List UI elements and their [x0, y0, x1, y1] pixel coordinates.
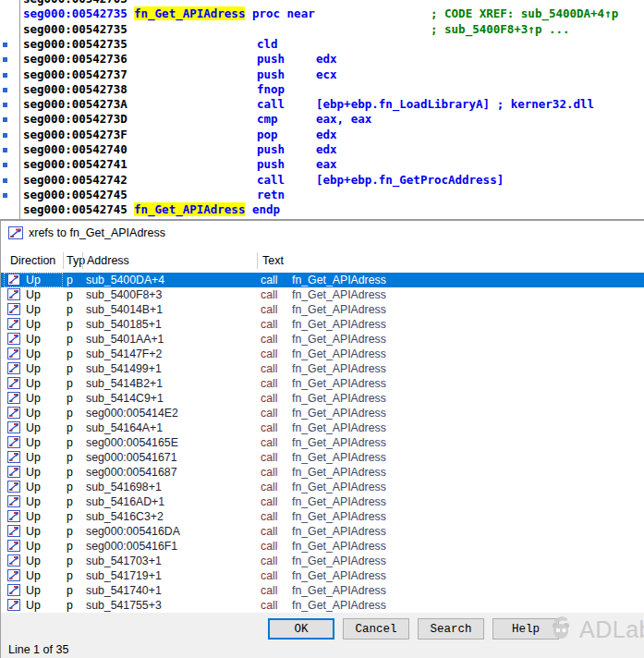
- xref-text-target: fn_Get_APIAdress: [292, 377, 386, 390]
- asm-function-name: fn_Get_APIAdress endp: [134, 202, 280, 216]
- xref-row[interactable]: Uppsub_5414C9+1callfn_Get_APIAdress: [1, 391, 644, 406]
- xref-direction: Up: [26, 481, 41, 494]
- xref-text-mnemonic: call: [261, 274, 277, 286]
- asm-line[interactable]: seg000:00542742call[ebp+ebp.fn_GetProcAd…: [0, 173, 644, 188]
- xref-text-target: fn_Get_APIAdress: [292, 525, 386, 538]
- asm-line[interactable]: seg000:00542735fn_Get_APIAdress proc nea…: [0, 6, 644, 21]
- xref-row[interactable]: Uppseg000:0054165Ecallfn_Get_APIAdress: [1, 435, 644, 450]
- xref-address: sub_541755+3: [86, 599, 162, 612]
- xref-row-icon: [7, 274, 20, 288]
- instruction-dot-icon: [3, 73, 7, 78]
- xref-row[interactable]: Uppsub_5400DA+4callfn_Get_APIAdress: [1, 273, 644, 287]
- instruction-dot-icon: [3, 193, 7, 198]
- xref-text-target: fn_Get_APIAdress: [292, 436, 386, 449]
- xref-text-mnemonic: call: [261, 362, 277, 375]
- asm-line[interactable]: seg000:00542735; sub_5400F8+3↑p ...: [0, 22, 644, 37]
- xref-direction: Up: [26, 540, 41, 553]
- xref-row-icon: [7, 436, 20, 451]
- asm-line[interactable]: seg000:0054273Acall[ebp+ebp.fn_LoadLibra…: [0, 97, 644, 112]
- xref-row-icon: [7, 451, 20, 466]
- xref-address: sub_5400F8+3: [86, 288, 162, 301]
- column-divider[interactable]: [63, 252, 64, 269]
- asm-address: seg000:00542742: [23, 173, 128, 187]
- column-header-text[interactable]: Text: [262, 254, 284, 267]
- xref-row[interactable]: Uppseg000:005416F1callfn_Get_APIAdress: [1, 539, 644, 554]
- instruction-dot-icon: [3, 148, 7, 152]
- xref-row[interactable]: Uppseg000:00541687callfn_Get_APIAdress: [1, 465, 644, 480]
- xref-address: sub_54164A+1: [86, 421, 163, 434]
- xref-row[interactable]: Uppsub_54164A+1callfn_Get_APIAdress: [1, 420, 644, 435]
- xref-address: sub_541740+1: [86, 584, 162, 597]
- column-header-direction[interactable]: Direction: [10, 254, 55, 267]
- asm-line[interactable]: seg000:00542745retn: [0, 188, 644, 202]
- asm-address: seg000:00542741: [23, 157, 128, 171]
- xref-row-icon: [7, 377, 20, 392]
- xref-row[interactable]: Uppsub_541698+1callfn_Get_APIAdress: [1, 480, 644, 494]
- xref-row[interactable]: Uppsub_541703+1callfn_Get_APIAdress: [1, 554, 644, 568]
- xref-row[interactable]: Uppsub_5416C3+2callfn_Get_APIAdress: [1, 509, 644, 524]
- xrefs-dialog-titlebar[interactable]: xrefs to fn_Get_APIAdress: [1, 221, 644, 248]
- ok-button[interactable]: OK: [268, 618, 334, 640]
- xref-row[interactable]: Uppsub_541755+3callfn_Get_APIAdress: [1, 598, 644, 613]
- xref-row[interactable]: Uppsub_541499+1callfn_Get_APIAdress: [1, 361, 644, 376]
- asm-line[interactable]: seg000:00542738fnop: [0, 82, 644, 97]
- search-button[interactable]: Search: [418, 618, 484, 640]
- xref-text-mnemonic: call: [261, 540, 277, 553]
- xref-text-target: fn_Get_APIAdress: [292, 569, 386, 582]
- asm-operands: ecx: [316, 67, 337, 81]
- xref-row[interactable]: Uppsub_541740+1callfn_Get_APIAdress: [1, 583, 644, 598]
- xref-row[interactable]: Uppseg000:005416DAcallfn_Get_APIAdress: [1, 524, 644, 539]
- xref-row[interactable]: Uppsub_54147F+2callfn_Get_APIAdress: [1, 347, 644, 361]
- xref-row[interactable]: Uppsub_540185+1callfn_Get_APIAdress: [1, 317, 644, 332]
- column-divider[interactable]: [82, 252, 83, 269]
- xref-address: sub_541719+1: [86, 569, 162, 582]
- xref-address: sub_541499+1: [86, 362, 162, 375]
- xref-direction: Up: [26, 303, 41, 316]
- xref-row[interactable]: Uppsub_541719+1callfn_Get_APIAdress: [1, 568, 644, 583]
- xref-row[interactable]: Uppsub_5401AA+1callfn_Get_APIAdress: [1, 332, 644, 347]
- xref-row[interactable]: Uppseg000:005414E2callfn_Get_APIAdress: [1, 406, 644, 420]
- xref-row-icon: [7, 584, 20, 599]
- asm-function-name: fn_Get_APIAdress proc near: [134, 6, 315, 20]
- xref-text-mnemonic: call: [261, 466, 277, 479]
- xref-direction: Up: [26, 274, 41, 286]
- xref-row-icon: [7, 392, 20, 407]
- xref-address: sub_5414C9+1: [86, 392, 164, 405]
- xref-row[interactable]: Uppseg000:00541671callfn_Get_APIAdress: [1, 450, 644, 465]
- asm-line[interactable]: seg000:00542736pushedx: [0, 52, 644, 67]
- xref-type: p: [67, 303, 73, 316]
- xref-row[interactable]: Uppsub_5414B2+1callfn_Get_APIAdress: [1, 376, 644, 391]
- xref-row[interactable]: Uppsub_54014B+1callfn_Get_APIAdress: [1, 302, 644, 317]
- asm-line[interactable]: seg000:00542741pusheax: [0, 157, 644, 172]
- xref-text-mnemonic: call: [261, 525, 277, 538]
- asm-line[interactable]: seg000:0054273Dcmpeax, eax: [0, 112, 644, 127]
- xref-text-mnemonic: call: [261, 303, 277, 316]
- xref-row-icon: [7, 525, 20, 540]
- xref-text-target: fn_Get_APIAdress: [292, 481, 386, 494]
- xref-address: sub_54147F+2: [86, 347, 162, 360]
- xref-row-icon: [7, 347, 20, 362]
- xref-row-icon: [7, 421, 20, 436]
- asm-line[interactable]: seg000:00542703: [0, 0, 644, 6]
- xref-type: p: [67, 495, 73, 508]
- asm-line[interactable]: seg000:00542740pushedx: [0, 142, 644, 157]
- xref-direction: Up: [26, 436, 41, 449]
- xref-row-icon: [7, 362, 20, 377]
- xref-type: p: [67, 599, 73, 612]
- asm-line[interactable]: seg000:0054273Fpopedx: [0, 128, 644, 142]
- asm-line[interactable]: seg000:00542737pushecx: [0, 67, 644, 82]
- disassembly-view[interactable]: seg000:00542703seg000:00542735fn_Get_API…: [0, 0, 644, 219]
- adlab-panda-icon: [550, 615, 577, 644]
- xref-row[interactable]: Uppsub_5400F8+3callfn_Get_APIAdress: [1, 287, 644, 302]
- column-header-address[interactable]: Address: [87, 254, 129, 267]
- xref-row-icon: [7, 495, 20, 510]
- column-divider[interactable]: [257, 252, 258, 269]
- asm-operands: [ebp+ebp.fn_GetProcAddress]: [316, 173, 504, 187]
- instruction-dot-icon: [3, 57, 7, 62]
- cancel-button[interactable]: Cancel: [343, 618, 409, 640]
- asm-line[interactable]: seg000:00542735cld: [0, 37, 644, 52]
- asm-operands: edx: [316, 142, 337, 156]
- asm-line[interactable]: seg000:00542745fn_Get_APIAdress endp: [0, 202, 644, 217]
- xref-row[interactable]: Uppsub_5416AD+1callfn_Get_APIAdress: [1, 494, 644, 509]
- xref-text-target: fn_Get_APIAdress: [292, 584, 386, 597]
